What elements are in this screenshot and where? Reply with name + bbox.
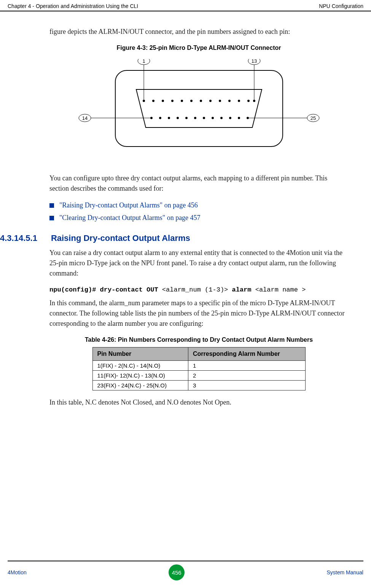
connector-svg: 1 13 14 25 bbox=[77, 59, 321, 158]
pin-label-14: 14 bbox=[82, 115, 87, 121]
svg-point-11 bbox=[238, 100, 240, 102]
table-cell: 3 bbox=[188, 381, 305, 390]
main-content: figure depicts the ALRM-IN/OUT connector… bbox=[0, 11, 371, 408]
connector-diagram: 1 13 14 25 bbox=[49, 59, 348, 158]
bullet-icon bbox=[49, 216, 54, 220]
table-cell: 2 bbox=[188, 371, 305, 381]
table-header-row: Pin Number Corresponding Alarm Number bbox=[92, 347, 305, 361]
pin-label-1: 1 bbox=[142, 59, 145, 64]
section-paragraph-1: You can raise a dry contact output alarm… bbox=[49, 248, 348, 279]
link-text: "Clearing Dry-contact Output Alarms" on … bbox=[59, 214, 201, 222]
page-footer: 4Motion 456 System Manual bbox=[0, 561, 371, 580]
command-text: npu(config)# dry-contact OUT bbox=[49, 286, 162, 293]
svg-point-19 bbox=[194, 117, 196, 119]
section-heading: 4.3.14.5.1 Raising Dry-contact Output Al… bbox=[0, 233, 348, 243]
section-paragraph-2: In this command, the alarm_num parameter… bbox=[49, 298, 348, 329]
command-param: <alarm_num (1-3)> bbox=[162, 286, 228, 293]
section-number: 4.3.14.5.1 bbox=[0, 233, 37, 243]
pin-table: Pin Number Corresponding Alarm Number 1(… bbox=[92, 347, 306, 390]
command-line: npu(config)# dry-contact OUT <alarm_num … bbox=[49, 286, 348, 293]
svg-point-3 bbox=[162, 100, 164, 102]
header-right: NPU Configuration bbox=[319, 3, 363, 9]
svg-point-8 bbox=[209, 100, 212, 102]
svg-point-9 bbox=[219, 100, 221, 102]
command-text-2: alarm bbox=[228, 286, 255, 293]
svg-point-18 bbox=[185, 117, 188, 119]
table-cell: 11(FIX)- 12(N.C) - 13(N.O) bbox=[92, 371, 188, 381]
section-title: Raising Dry-contact Output Alarms bbox=[51, 233, 190, 243]
link-text: "Raising Dry-contact Output Alarms" on p… bbox=[59, 201, 198, 209]
table-cell: 23(FIX) - 24(N.C) - 25(N.O) bbox=[92, 381, 188, 390]
svg-point-15 bbox=[159, 117, 161, 119]
section-paragraph-3: In this table, N.C denotes Not Closed, a… bbox=[49, 397, 348, 408]
link-item-clearing[interactable]: "Clearing Dry-contact Output Alarms" on … bbox=[49, 214, 348, 222]
page-header: Chapter 4 - Operation and Administration… bbox=[0, 0, 371, 11]
bullet-icon bbox=[49, 203, 54, 208]
table-row: 11(FIX)- 12(N.C) - 13(N.O) 2 bbox=[92, 371, 305, 381]
page-number: 456 bbox=[169, 564, 185, 580]
table-caption: Table 4-26: Pin Numbers Corresponding to… bbox=[49, 336, 348, 343]
header-left: Chapter 4 - Operation and Administration… bbox=[8, 3, 138, 9]
after-figure-paragraph: You can configure upto three dry contact… bbox=[49, 173, 348, 194]
footer-left: 4Motion bbox=[8, 569, 27, 575]
svg-point-6 bbox=[190, 100, 193, 102]
svg-point-23 bbox=[229, 117, 231, 119]
svg-point-4 bbox=[171, 100, 174, 102]
intro-paragraph: figure depicts the ALRM-IN/OUT connector… bbox=[49, 27, 348, 37]
svg-point-17 bbox=[177, 117, 179, 119]
svg-point-21 bbox=[212, 117, 214, 119]
svg-point-10 bbox=[228, 100, 231, 102]
command-param-2: <alarm name > bbox=[255, 286, 306, 293]
svg-point-12 bbox=[247, 100, 250, 102]
svg-point-16 bbox=[168, 117, 170, 119]
svg-point-5 bbox=[181, 100, 183, 102]
svg-point-2 bbox=[152, 100, 154, 102]
table-row: 1(FIX) - 2(N.C) - 14(N.O) 1 bbox=[92, 361, 305, 371]
table-header-pin: Pin Number bbox=[92, 347, 188, 361]
table-cell: 1 bbox=[188, 361, 305, 371]
table-header-alarm: Corresponding Alarm Number bbox=[188, 347, 305, 361]
footer-line: 4Motion 456 System Manual bbox=[8, 561, 363, 580]
svg-point-22 bbox=[220, 117, 223, 119]
pin-label-13: 13 bbox=[251, 59, 256, 64]
svg-point-20 bbox=[203, 117, 205, 119]
link-list: "Raising Dry-contact Output Alarms" on p… bbox=[49, 201, 348, 222]
svg-rect-0 bbox=[115, 70, 283, 147]
table-cell: 1(FIX) - 2(N.C) - 14(N.O) bbox=[92, 361, 188, 371]
svg-point-7 bbox=[200, 100, 202, 102]
footer-right: System Manual bbox=[327, 569, 363, 575]
link-item-raising[interactable]: "Raising Dry-contact Output Alarms" on p… bbox=[49, 201, 348, 209]
svg-point-24 bbox=[238, 117, 240, 119]
table-row: 23(FIX) - 24(N.C) - 25(N.O) 3 bbox=[92, 381, 305, 390]
pin-label-25: 25 bbox=[310, 115, 315, 121]
figure-caption: Figure 4-3: 25-pin Micro D-Type ALRM-IN/… bbox=[49, 45, 348, 51]
